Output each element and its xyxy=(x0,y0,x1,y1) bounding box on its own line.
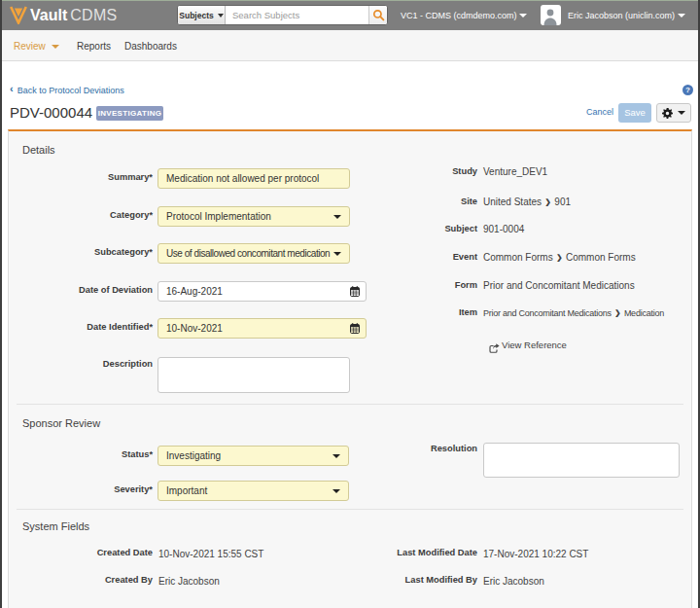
svg-text:?: ? xyxy=(685,86,690,94)
